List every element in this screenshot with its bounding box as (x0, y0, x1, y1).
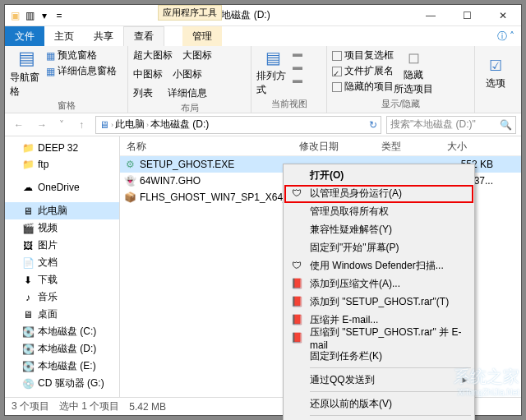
context-menu-item[interactable]: 还原以前的版本(V) (285, 395, 473, 413)
context-menu-item[interactable]: 固定到"开始"屏幕(P) (285, 238, 473, 256)
s-icons-button[interactable]: 小图标 (173, 67, 202, 81)
back-button[interactable]: ← (10, 116, 28, 134)
minimize-button[interactable]: — (413, 5, 449, 26)
context-menu-item[interactable]: 📕压缩到 "SETUP_GHOST.rar" 并 E-mail (285, 329, 473, 347)
tree-node[interactable]: 📁ftp (5, 156, 119, 173)
tree-node[interactable]: ♪音乐 (5, 288, 119, 306)
col-type[interactable]: 类型 (375, 136, 441, 155)
l-icons-button[interactable]: 大图标 (182, 48, 212, 62)
addcol-icon[interactable]: ▬ (293, 61, 302, 72)
tree-node[interactable]: 💽本地磁盘 (C:) (5, 323, 119, 340)
nav-pane-button[interactable]: ▤ 导航窗格 (10, 48, 43, 99)
context-menu-item[interactable]: 通过QQ发送到▶ (285, 371, 473, 389)
quick-access-toolbar: ▣ ▥ ▾ = (5, 9, 69, 22)
menu-separator (310, 415, 471, 416)
ribbon-tabs: 文件 主页 共享 查看 管理 ⓘ ˄ (5, 26, 521, 46)
video-icon: 🎬 (21, 222, 35, 235)
context-menu-item[interactable]: 🛡以管理员身份运行(A) (285, 184, 473, 202)
manage-tab[interactable]: 管理 (182, 26, 222, 46)
sizecol-icon[interactable]: ▬ (293, 74, 302, 85)
context-menu-item[interactable]: 📕添加到 "SETUP_GHOST.rar"(T) (285, 293, 473, 311)
tree-node[interactable]: 🎬视频 (5, 219, 119, 237)
layout-group-label: 布局 (133, 101, 246, 115)
tree-node[interactable]: 💿CD 驱动器 (G:) (5, 375, 119, 392)
tree-node[interactable]: 📁DEEP 32 (5, 140, 119, 156)
preview-pane-button[interactable]: ▦预览窗格 (46, 48, 117, 63)
context-menu[interactable]: 打开(O)🛡以管理员身份运行(A)管理员取得所有权兼容性疑难解答(Y)固定到"开… (283, 164, 475, 420)
tree-node[interactable]: 💽本地磁盘 (D:) (5, 340, 119, 358)
search-icon[interactable]: 🔍 (500, 119, 512, 131)
up-button[interactable]: ↑ (72, 116, 90, 134)
options-icon: ☑ (489, 57, 502, 75)
breadcrumb-root[interactable]: 此电脑 (115, 118, 145, 132)
exe-icon: ⚙ (123, 158, 136, 171)
options-button[interactable]: ☑ 选项 (480, 48, 511, 99)
docs-icon: 📄 (21, 256, 35, 270)
context-menu-item[interactable]: 打开(O) (285, 166, 473, 184)
tree-node[interactable]: 🖥桌面 (5, 306, 119, 323)
sort-button[interactable]: ▤ 排列方式 (256, 48, 289, 97)
context-menu-item[interactable]: 管理员取得所有权 (285, 202, 473, 220)
dl-icon: ⬇ (21, 274, 35, 287)
chevron-right-icon[interactable]: › (146, 121, 149, 129)
hidden-items-toggle[interactable]: 隐藏的项目 (332, 79, 394, 95)
breadcrumb-loc[interactable]: 本地磁盘 (D:) (150, 118, 209, 132)
share-tab[interactable]: 共享 (84, 26, 123, 46)
defender-icon: 🛡 (290, 259, 303, 272)
tree-node[interactable]: ⬇下载 (5, 271, 119, 288)
qat-props-icon[interactable]: ▥ (23, 9, 36, 22)
hide-selected-button[interactable]: ◻ 隐藏 所选项目 (397, 48, 430, 97)
address-bar-row: ← → ˅ ↑ 🖥 › 此电脑 › 本地磁盘 (D:) ↻ 搜索"本地磁盘 (D… (5, 113, 521, 136)
close-button[interactable]: ✕ (485, 5, 521, 26)
xl-icons-button[interactable]: 超大图标 (133, 48, 173, 62)
refresh-icon[interactable]: ↻ (369, 119, 377, 131)
context-menu-item[interactable]: 🛡使用 Windows Defender扫描... (285, 256, 473, 275)
col-date[interactable]: 修改日期 (293, 136, 375, 155)
maximize-button[interactable]: ☐ (449, 5, 485, 26)
pc-icon: 🖥 (21, 205, 35, 218)
tree-node[interactable]: 💽本地磁盘 (E:) (5, 358, 119, 375)
tree-node[interactable]: 🖥此电脑 (5, 202, 119, 219)
file-ext-toggle[interactable]: 文件扩展名 (332, 63, 394, 79)
col-name[interactable]: 名称 (120, 136, 293, 155)
item-checkboxes-toggle[interactable]: 项目复选框 (332, 48, 394, 63)
folder-icon: ▣ (8, 9, 21, 22)
ribbon-help-icon[interactable]: ⓘ ˄ (497, 30, 514, 44)
folder-icon: 📁 (21, 158, 35, 171)
col-size[interactable]: 大小 (441, 136, 490, 155)
chevron-right-icon[interactable]: › (111, 121, 113, 129)
menu-separator (310, 367, 471, 368)
details-pane-button[interactable]: ▦详细信息窗格 (46, 63, 117, 79)
tree-node[interactable]: 📄文档 (5, 254, 119, 271)
rar-icon: 📕 (290, 295, 303, 308)
tree-node[interactable]: ☁OneDrive (5, 179, 119, 196)
menu-separator (310, 391, 471, 392)
submenu-arrow-icon: ▶ (462, 376, 468, 384)
forward-button[interactable]: → (33, 116, 51, 134)
qat-customize-icon[interactable]: = (53, 9, 66, 22)
qat-new-folder-icon[interactable]: ▾ (38, 9, 51, 22)
item-count: 3 个项目 (12, 399, 49, 413)
details-view-button[interactable]: 详细信息 (168, 86, 207, 100)
m-icons-button[interactable]: 中图标 (133, 67, 163, 81)
breadcrumb[interactable]: 🖥 › 此电脑 › 本地磁盘 (D:) ↻ (95, 116, 381, 134)
context-menu-item[interactable]: 兼容性疑难解答(Y) (285, 220, 473, 238)
tree-node[interactable]: 🖼图片 (5, 237, 119, 254)
ribbon: ▤ 导航窗格 ▦预览窗格 ▦详细信息窗格 窗格 超大图标 大图标 中图标 小图标… (5, 46, 521, 113)
list-view-button[interactable]: 列表 (133, 86, 153, 100)
column-headers: 名称 修改日期 类型 大小 (120, 136, 521, 156)
home-tab[interactable]: 主页 (44, 26, 84, 46)
context-menu-item[interactable]: 📕添加到压缩文件(A)... (285, 275, 473, 293)
selection-count: 选中 1 个项目 (59, 399, 119, 413)
rar-icon: 📕 (290, 313, 303, 326)
search-input[interactable]: 搜索"本地磁盘 (D:)" 🔍 (386, 116, 516, 134)
context-menu-item[interactable]: 固定到任务栏(K) (285, 347, 473, 365)
view-tab[interactable]: 查看 (123, 26, 164, 46)
groupby-icon[interactable]: ▬ (293, 48, 302, 59)
disk-icon: 💽 (21, 360, 35, 373)
nav-pane-icon: ▤ (18, 48, 35, 69)
recent-button[interactable]: ˅ (56, 116, 67, 134)
nav-tree[interactable]: 📁DEEP 32📁ftp☁OneDrive🖥此电脑🎬视频🖼图片📄文档⬇下载♪音乐… (5, 136, 120, 397)
gho-icon: 👻 (123, 174, 136, 187)
file-tab[interactable]: 文件 (5, 26, 44, 46)
